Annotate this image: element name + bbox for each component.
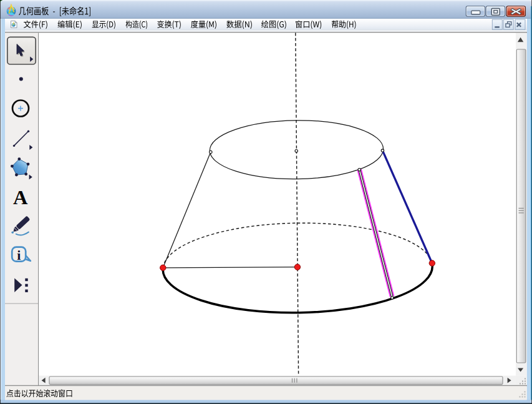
svg-text:A: A [13,186,28,209]
svg-text:i: i [17,247,21,263]
